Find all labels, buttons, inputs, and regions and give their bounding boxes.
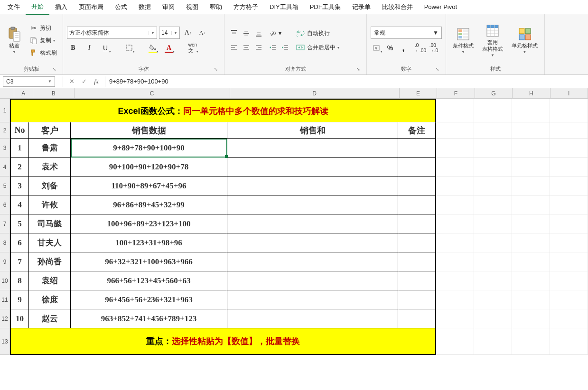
cell[interactable] xyxy=(474,328,512,355)
cell-customer[interactable]: 鲁肃 xyxy=(29,139,71,158)
cell[interactable] xyxy=(474,99,512,122)
header-no[interactable]: No xyxy=(10,122,29,139)
col-header[interactable]: D xyxy=(230,88,400,98)
cell-sum[interactable] xyxy=(227,214,398,233)
align-bottom-button[interactable] xyxy=(253,28,264,39)
cell[interactable] xyxy=(512,252,550,271)
cell-sum[interactable] xyxy=(227,139,398,158)
align-center-button[interactable] xyxy=(241,42,252,53)
font-name-combo[interactable]: 方正小标宋简体 ▼ xyxy=(67,27,157,39)
cell-customer[interactable]: 袁术 xyxy=(29,158,71,176)
formula-input[interactable]: 9+89+78+90+100+90 xyxy=(105,78,588,85)
cell[interactable] xyxy=(550,99,588,122)
dialog-launcher-icon[interactable]: ⤡ xyxy=(51,66,58,73)
cell[interactable] xyxy=(436,290,474,309)
cell-no[interactable]: 2 xyxy=(10,158,29,176)
cell-sales[interactable]: 966+56+123+45+560+63 xyxy=(71,271,227,290)
cell[interactable] xyxy=(436,252,474,271)
cell[interactable] xyxy=(512,214,550,233)
font-color-button[interactable]: A▾ xyxy=(163,42,175,54)
col-header[interactable]: B xyxy=(33,88,75,98)
row-header[interactable]: 13 xyxy=(0,328,10,355)
cell-no[interactable]: 9 xyxy=(10,290,29,309)
decrease-decimal-button[interactable]: .00→.0 xyxy=(428,42,440,54)
cell[interactable] xyxy=(550,195,588,214)
cell-note[interactable] xyxy=(398,158,436,176)
cell[interactable] xyxy=(550,252,588,271)
cell-note[interactable] xyxy=(398,176,436,195)
cell[interactable] xyxy=(436,271,474,290)
merge-center-button[interactable]: 合并后居中 ▾ xyxy=(294,42,341,53)
cell[interactable] xyxy=(474,214,512,233)
cell-sum[interactable] xyxy=(227,309,398,328)
row-header[interactable]: 5 xyxy=(0,176,10,195)
format-painter-button[interactable]: 格式刷 xyxy=(28,47,59,58)
tab-file[interactable]: 文件 xyxy=(2,0,26,14)
cell-note[interactable] xyxy=(398,214,436,233)
cell-note[interactable] xyxy=(398,195,436,214)
enter-button[interactable]: ✓ xyxy=(79,77,89,86)
cell-customer[interactable]: 徐庶 xyxy=(29,290,71,309)
copy-button[interactable]: 复制 ▾ xyxy=(28,35,59,46)
increase-indent-button[interactable] xyxy=(280,42,291,53)
cell[interactable] xyxy=(550,158,588,176)
cell[interactable] xyxy=(474,139,512,158)
cell[interactable] xyxy=(474,176,512,195)
cell-sales[interactable]: 9+89+78+90+100+90 xyxy=(71,139,227,158)
cell-customer[interactable]: 赵云 xyxy=(29,309,71,328)
tab-help[interactable]: 帮助 xyxy=(204,0,228,14)
tab-data[interactable]: 数据 xyxy=(133,0,157,14)
cell[interactable] xyxy=(512,309,550,328)
cell[interactable] xyxy=(550,328,588,355)
cell-customer[interactable]: 许攸 xyxy=(29,195,71,214)
cell-no[interactable]: 3 xyxy=(10,176,29,195)
cell[interactable] xyxy=(512,290,550,309)
cell[interactable] xyxy=(436,328,474,355)
cell-sum[interactable] xyxy=(227,290,398,309)
cell-customer[interactable]: 甘夫人 xyxy=(29,233,71,252)
table-format-button[interactable]: 套用 表格格式 ▼ xyxy=(479,21,506,59)
cell-sales[interactable]: 110+90+89+67+45+96 xyxy=(71,176,227,195)
cell-note[interactable] xyxy=(398,233,436,252)
row-header[interactable]: 6 xyxy=(0,195,10,214)
cell-note[interactable] xyxy=(398,139,436,158)
wrap-text-button[interactable]: abc 自动换行 xyxy=(294,28,341,39)
grow-font-button[interactable]: A↑ xyxy=(182,27,194,39)
cell[interactable] xyxy=(474,290,512,309)
tab-review[interactable]: 审阅 xyxy=(157,0,180,14)
decrease-indent-button[interactable] xyxy=(267,42,279,53)
fx-button[interactable]: fx xyxy=(92,77,101,86)
cell-no[interactable]: 5 xyxy=(10,214,29,233)
cancel-button[interactable]: ✕ xyxy=(67,77,76,86)
col-header[interactable]: A xyxy=(14,88,33,98)
cell-no[interactable]: 4 xyxy=(10,195,29,214)
header-note[interactable]: 备注 xyxy=(398,122,436,139)
cell[interactable] xyxy=(474,252,512,271)
orientation-button[interactable]: ab▾ xyxy=(267,28,283,39)
tab-pdf[interactable]: PDF工具集 xyxy=(304,0,346,14)
cell-sales[interactable]: 96+32+321+100+963+966 xyxy=(71,252,227,271)
cell[interactable] xyxy=(550,214,588,233)
row-header[interactable]: 12 xyxy=(0,309,10,328)
cell[interactable] xyxy=(550,139,588,158)
tab-compare[interactable]: 比较和合并 xyxy=(376,0,419,14)
cell-no[interactable]: 10 xyxy=(10,309,29,328)
cell[interactable] xyxy=(512,233,550,252)
cell-note[interactable] xyxy=(398,271,436,290)
cell-note[interactable] xyxy=(398,290,436,309)
cut-button[interactable]: ✂ 剪切 xyxy=(28,23,59,33)
cell[interactable] xyxy=(512,176,550,195)
cell-style-button[interactable]: 单元格样式 ▼ xyxy=(509,25,541,56)
align-middle-button[interactable] xyxy=(241,28,252,39)
row-header[interactable]: 10 xyxy=(0,271,10,290)
dialog-launcher-icon[interactable]: ⤡ xyxy=(434,66,441,73)
row-header[interactable]: 8 xyxy=(0,233,10,252)
col-header[interactable]: E xyxy=(400,88,437,98)
name-box[interactable]: C3 ▼ xyxy=(3,76,55,87)
col-header[interactable]: H xyxy=(513,88,550,98)
row-header[interactable]: 2 xyxy=(0,122,10,139)
cell[interactable] xyxy=(474,233,512,252)
cell[interactable] xyxy=(512,158,550,176)
tab-record[interactable]: 记录单 xyxy=(346,0,376,14)
cell[interactable] xyxy=(436,176,474,195)
